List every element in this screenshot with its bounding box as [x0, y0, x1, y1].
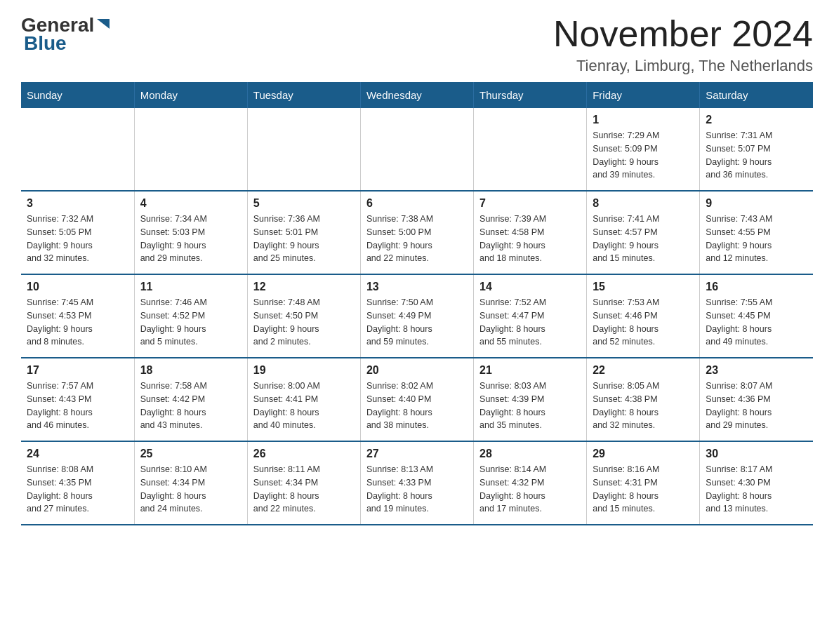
day-info: Sunrise: 8:03 AM Sunset: 4:39 PM Dayligh…	[479, 380, 581, 432]
day-cell: 10Sunrise: 7:45 AM Sunset: 4:53 PM Dayli…	[21, 274, 134, 358]
header-sunday: Sunday	[21, 82, 134, 108]
day-cell: 7Sunrise: 7:39 AM Sunset: 4:58 PM Daylig…	[474, 191, 587, 274]
day-number: 4	[140, 197, 241, 210]
day-info: Sunrise: 8:11 AM Sunset: 4:34 PM Dayligh…	[253, 463, 355, 516]
day-info: Sunrise: 7:58 AM Sunset: 4:42 PM Dayligh…	[140, 380, 241, 432]
day-info: Sunrise: 8:08 AM Sunset: 4:35 PM Dayligh…	[27, 463, 128, 516]
header-tuesday: Tuesday	[247, 82, 360, 108]
day-number: 16	[706, 281, 807, 293]
day-cell: 2Sunrise: 7:31 AM Sunset: 5:07 PM Daylig…	[700, 108, 813, 191]
day-cell: 17Sunrise: 7:57 AM Sunset: 4:43 PM Dayli…	[21, 358, 134, 441]
day-cell: 6Sunrise: 7:38 AM Sunset: 5:00 PM Daylig…	[360, 191, 473, 274]
day-info: Sunrise: 8:16 AM Sunset: 4:31 PM Dayligh…	[593, 463, 694, 516]
day-info: Sunrise: 7:29 AM Sunset: 5:09 PM Dayligh…	[593, 129, 694, 182]
day-number: 12	[253, 281, 355, 293]
day-number: 17	[27, 364, 128, 377]
day-info: Sunrise: 7:31 AM Sunset: 5:07 PM Dayligh…	[706, 129, 807, 182]
day-info: Sunrise: 8:07 AM Sunset: 4:36 PM Dayligh…	[706, 380, 807, 432]
day-number: 27	[366, 448, 468, 460]
day-info: Sunrise: 7:43 AM Sunset: 4:55 PM Dayligh…	[706, 213, 807, 265]
day-cell	[134, 108, 247, 191]
day-number: 20	[366, 364, 468, 377]
day-cell: 25Sunrise: 8:10 AM Sunset: 4:34 PM Dayli…	[134, 441, 247, 525]
day-cell: 13Sunrise: 7:50 AM Sunset: 4:49 PM Dayli…	[360, 274, 473, 358]
day-cell: 16Sunrise: 7:55 AM Sunset: 4:45 PM Dayli…	[700, 274, 813, 358]
day-number: 1	[593, 114, 694, 126]
day-cell	[474, 108, 587, 191]
day-cell: 20Sunrise: 8:02 AM Sunset: 4:40 PM Dayli…	[360, 358, 473, 441]
day-cell: 29Sunrise: 8:16 AM Sunset: 4:31 PM Dayli…	[587, 441, 700, 525]
day-cell: 15Sunrise: 7:53 AM Sunset: 4:46 PM Dayli…	[587, 274, 700, 358]
day-number: 15	[593, 281, 694, 293]
logo: General Blue	[21, 14, 111, 55]
week-row-5: 24Sunrise: 8:08 AM Sunset: 4:35 PM Dayli…	[21, 441, 813, 525]
logo-blue-text: Blue	[24, 32, 67, 55]
day-number: 14	[479, 281, 581, 293]
header-saturday: Saturday	[700, 82, 813, 108]
day-number: 26	[253, 448, 355, 460]
header-wednesday: Wednesday	[360, 82, 473, 108]
day-info: Sunrise: 7:36 AM Sunset: 5:01 PM Dayligh…	[253, 213, 355, 265]
svg-marker-0	[97, 19, 110, 29]
page-header: General Blue November 2024 Tienray, Limb…	[21, 14, 813, 75]
day-info: Sunrise: 7:57 AM Sunset: 4:43 PM Dayligh…	[27, 380, 128, 432]
day-number: 24	[27, 448, 128, 460]
day-info: Sunrise: 7:34 AM Sunset: 5:03 PM Dayligh…	[140, 213, 241, 265]
week-row-4: 17Sunrise: 7:57 AM Sunset: 4:43 PM Dayli…	[21, 358, 813, 441]
day-info: Sunrise: 7:39 AM Sunset: 4:58 PM Dayligh…	[479, 213, 581, 265]
day-number: 11	[140, 281, 241, 293]
day-info: Sunrise: 8:13 AM Sunset: 4:33 PM Dayligh…	[366, 463, 468, 516]
day-info: Sunrise: 7:53 AM Sunset: 4:46 PM Dayligh…	[593, 296, 694, 349]
location-subtitle: Tienray, Limburg, The Netherlands	[553, 57, 813, 75]
day-info: Sunrise: 7:32 AM Sunset: 5:05 PM Dayligh…	[27, 213, 128, 265]
day-cell	[21, 108, 134, 191]
day-cell: 9Sunrise: 7:43 AM Sunset: 4:55 PM Daylig…	[700, 191, 813, 274]
day-number: 21	[479, 364, 581, 377]
day-info: Sunrise: 7:48 AM Sunset: 4:50 PM Dayligh…	[253, 296, 355, 349]
day-number: 25	[140, 448, 241, 460]
day-number: 23	[706, 364, 807, 377]
day-cell: 21Sunrise: 8:03 AM Sunset: 4:39 PM Dayli…	[474, 358, 587, 441]
day-number: 28	[479, 448, 581, 460]
day-number: 18	[140, 364, 241, 377]
day-number: 22	[593, 364, 694, 377]
day-number: 29	[593, 448, 694, 460]
day-info: Sunrise: 8:02 AM Sunset: 4:40 PM Dayligh…	[366, 380, 468, 432]
day-info: Sunrise: 7:45 AM Sunset: 4:53 PM Dayligh…	[27, 296, 128, 349]
day-cell: 12Sunrise: 7:48 AM Sunset: 4:50 PM Dayli…	[247, 274, 360, 358]
day-number: 9	[706, 197, 807, 210]
week-row-1: 1Sunrise: 7:29 AM Sunset: 5:09 PM Daylig…	[21, 108, 813, 191]
day-info: Sunrise: 8:05 AM Sunset: 4:38 PM Dayligh…	[593, 380, 694, 432]
day-number: 30	[706, 448, 807, 460]
title-section: November 2024 Tienray, Limburg, The Neth…	[553, 14, 813, 75]
day-cell: 18Sunrise: 7:58 AM Sunset: 4:42 PM Dayli…	[134, 358, 247, 441]
calendar-table: SundayMondayTuesdayWednesdayThursdayFrid…	[21, 82, 813, 525]
day-info: Sunrise: 7:52 AM Sunset: 4:47 PM Dayligh…	[479, 296, 581, 349]
day-cell: 8Sunrise: 7:41 AM Sunset: 4:57 PM Daylig…	[587, 191, 700, 274]
day-cell: 28Sunrise: 8:14 AM Sunset: 4:32 PM Dayli…	[474, 441, 587, 525]
day-cell: 30Sunrise: 8:17 AM Sunset: 4:30 PM Dayli…	[700, 441, 813, 525]
day-number: 3	[27, 197, 128, 210]
day-cell: 5Sunrise: 7:36 AM Sunset: 5:01 PM Daylig…	[247, 191, 360, 274]
day-info: Sunrise: 8:00 AM Sunset: 4:41 PM Dayligh…	[253, 380, 355, 432]
day-info: Sunrise: 7:41 AM Sunset: 4:57 PM Dayligh…	[593, 213, 694, 265]
day-cell: 22Sunrise: 8:05 AM Sunset: 4:38 PM Dayli…	[587, 358, 700, 441]
day-cell: 3Sunrise: 7:32 AM Sunset: 5:05 PM Daylig…	[21, 191, 134, 274]
day-info: Sunrise: 8:10 AM Sunset: 4:34 PM Dayligh…	[140, 463, 241, 516]
month-year-title: November 2024	[553, 14, 813, 54]
day-cell: 11Sunrise: 7:46 AM Sunset: 4:52 PM Dayli…	[134, 274, 247, 358]
day-info: Sunrise: 7:50 AM Sunset: 4:49 PM Dayligh…	[366, 296, 468, 349]
logo-triangle-icon	[95, 16, 111, 32]
day-cell: 1Sunrise: 7:29 AM Sunset: 5:09 PM Daylig…	[587, 108, 700, 191]
day-number: 6	[366, 197, 468, 210]
day-info: Sunrise: 8:17 AM Sunset: 4:30 PM Dayligh…	[706, 463, 807, 516]
day-cell: 23Sunrise: 8:07 AM Sunset: 4:36 PM Dayli…	[700, 358, 813, 441]
day-cell	[360, 108, 473, 191]
day-info: Sunrise: 7:38 AM Sunset: 5:00 PM Dayligh…	[366, 213, 468, 265]
calendar-header-row: SundayMondayTuesdayWednesdayThursdayFrid…	[21, 82, 813, 108]
day-cell	[247, 108, 360, 191]
day-info: Sunrise: 7:46 AM Sunset: 4:52 PM Dayligh…	[140, 296, 241, 349]
header-monday: Monday	[134, 82, 247, 108]
day-number: 2	[706, 114, 807, 126]
day-cell: 27Sunrise: 8:13 AM Sunset: 4:33 PM Dayli…	[360, 441, 473, 525]
